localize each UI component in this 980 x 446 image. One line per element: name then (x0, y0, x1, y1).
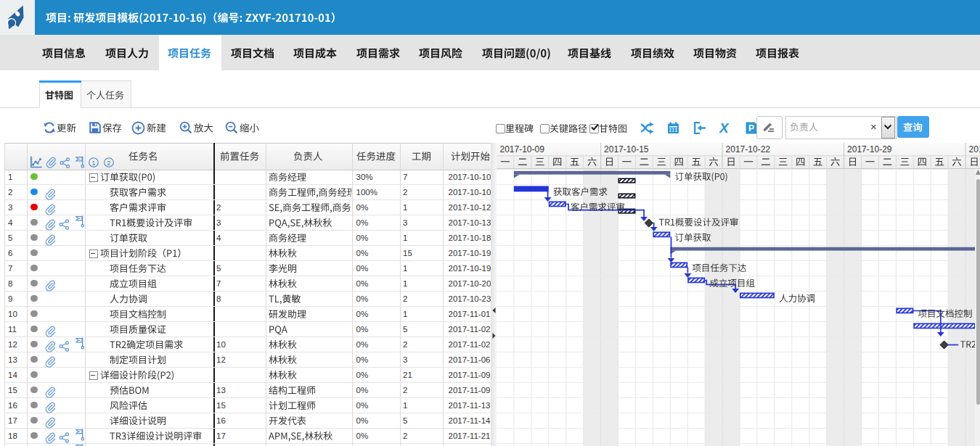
svg-text:2017-10-15: 2017-10-15 (604, 144, 649, 154)
svg-text:2017-10-09: 2017-10-09 (499, 144, 544, 154)
svg-text:2017-11-06: 2017-11-06 (968, 144, 980, 154)
svg-text:2017-10-22: 2017-10-22 (725, 144, 770, 154)
svg-text:2: 2 (107, 159, 110, 167)
svg-text:P: P (748, 123, 754, 133)
svg-text:2017-10-29: 2017-10-29 (847, 144, 892, 154)
svg-text:1: 1 (91, 159, 95, 167)
